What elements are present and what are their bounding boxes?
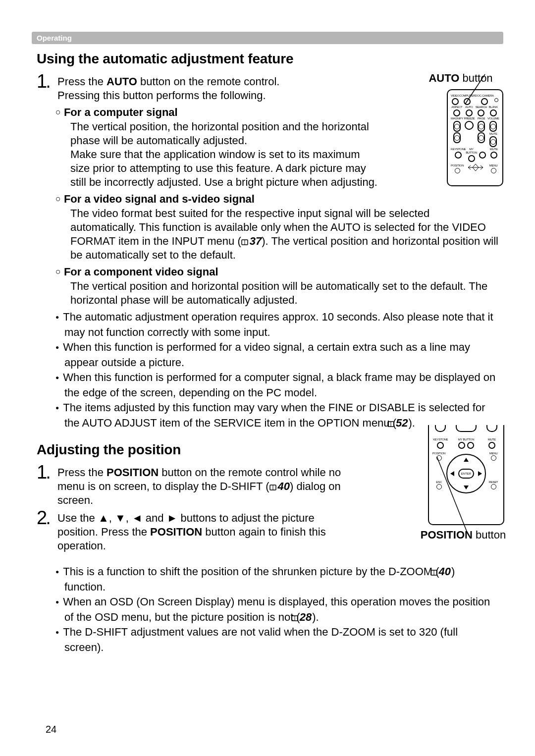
position-button-caption: POSITION button — [411, 528, 515, 542]
auto-button-caption: AUTO button — [416, 71, 505, 85]
bullet-item: This is a function to shift the position… — [55, 565, 498, 594]
auto-bullets: The automatic adjustment operation requi… — [37, 310, 498, 430]
bullet-item: The D-SHIFT adjustment values are not va… — [55, 625, 498, 654]
bullet-item: When this function is performed for a co… — [55, 371, 498, 400]
page-ref-icon: 37 — [241, 234, 262, 248]
subhead-component-signal: For a component video signal — [55, 265, 498, 279]
para-computer-signal: The vertical position, the horizontal po… — [70, 120, 377, 189]
remote-illustration-position: KEYSTONE MY BUTTON MUTE POSITION ESC ENT… — [428, 434, 504, 525]
subhead-computer-signal: For a computer signal — [55, 106, 498, 120]
page-number: 24 — [46, 724, 56, 735]
page-ref-icon: 40 — [439, 565, 451, 579]
para-video-signal: The video format best suited for the res… — [70, 207, 498, 262]
page-ref-icon: 28 — [300, 610, 312, 624]
page-ref-icon: 52 — [396, 416, 408, 430]
para-component-signal: The vertical position and horizontal pos… — [70, 279, 498, 307]
bullet-item: When this function is performed for a vi… — [55, 340, 498, 370]
bullet-item: The automatic adjustment operation requi… — [55, 310, 498, 339]
bullet-item: When an OSD (On Screen Display) menu is … — [55, 595, 498, 624]
svg-marker-10 — [478, 471, 482, 476]
page-ref-icon: 40 — [269, 480, 290, 493]
section-bar: Operating — [32, 32, 503, 44]
svg-marker-8 — [464, 486, 469, 489]
position-bullets: This is a function to shift the position… — [37, 565, 498, 654]
svg-marker-9 — [450, 471, 454, 476]
svg-marker-7 — [464, 458, 469, 462]
remote-illustration-auto: VIDEO COMPUTER DOC.CAMERA X ASPECT AUTO … — [447, 89, 503, 186]
subhead-video-signal: For a video signal and s-video signal — [55, 192, 498, 207]
heading-auto: Using the automatic adjustment feature — [37, 51, 498, 67]
